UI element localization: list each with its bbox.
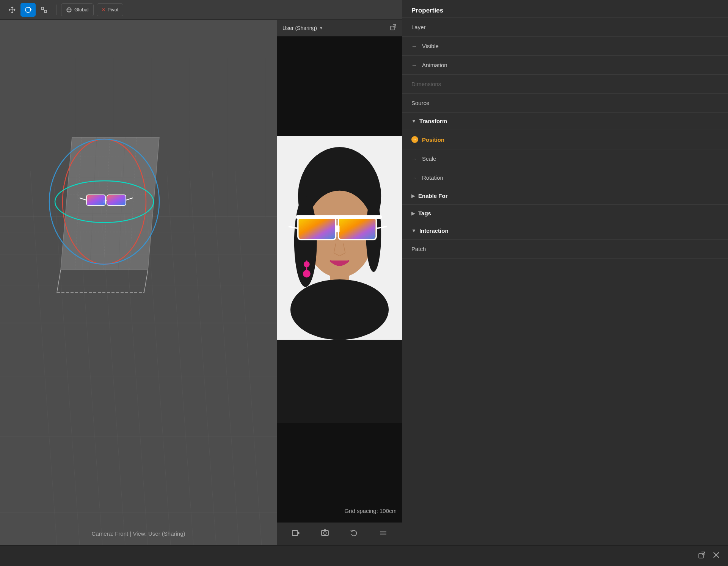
preview-image-area[interactable]: Grid spacing: 100cm (277, 36, 402, 522)
prop-dimensions: Dimensions (402, 75, 728, 94)
pivot-btn[interactable]: ✕ Pivot (97, 3, 124, 16)
top-toolbar: Global ✕ Pivot (0, 0, 402, 20)
svg-point-70 (290, 279, 389, 340)
preview-header: User (Sharing) ▾ (277, 20, 402, 36)
global-label: Global (74, 7, 89, 13)
svg-point-82 (303, 270, 311, 278)
prop-tags-section[interactable]: ▶ Tags (402, 205, 728, 222)
svg-line-8 (30, 171, 57, 545)
global-btn[interactable]: Global (61, 3, 94, 16)
prop-rotation[interactable]: → Rotation (402, 168, 728, 187)
svg-line-14 (167, 171, 193, 545)
bottom-bar (0, 545, 728, 566)
prop-enable-for-label: Enable For (418, 193, 448, 199)
properties-title: Properties (402, 0, 728, 18)
rotate-tool-btn[interactable] (20, 3, 36, 17)
prop-patch-label: Patch (411, 246, 426, 252)
svg-rect-57 (107, 195, 126, 205)
rotation-arrow-icon: → (411, 175, 417, 181)
viewport-3d[interactable]: Camera: Front | View: User (Sharing) (0, 20, 277, 545)
bottom-close-btn[interactable] (712, 551, 720, 561)
screenshot-btn[interactable] (318, 526, 332, 542)
prop-patch[interactable]: Patch (402, 240, 728, 259)
svg-point-86 (323, 532, 326, 535)
prop-interaction-label: Interaction (419, 227, 449, 234)
transform-collapse-icon: ▼ (411, 118, 416, 124)
prop-transform-section[interactable]: ▼ Transform (402, 113, 728, 130)
svg-marker-84 (298, 532, 300, 535)
svg-rect-75 (336, 225, 340, 232)
svg-rect-1 (41, 7, 44, 9)
prop-visible[interactable]: → Visible (402, 37, 728, 56)
prop-visible-label: Visible (422, 43, 439, 49)
preview-bottom-bar (277, 522, 402, 545)
animation-arrow-icon: → (411, 62, 417, 68)
preview-panel: User (Sharing) ▾ (277, 20, 402, 545)
preview-external-btn[interactable] (390, 24, 397, 32)
svg-rect-79 (339, 215, 382, 219)
prop-dimensions-label: Dimensions (411, 81, 441, 87)
prop-transform-label: Transform (419, 118, 447, 124)
svg-rect-74 (339, 218, 376, 239)
svg-rect-83 (292, 530, 298, 536)
svg-rect-56 (86, 195, 105, 205)
grid-spacing-label: Grid spacing: 100cm (344, 508, 397, 514)
svg-rect-72 (299, 218, 335, 239)
prop-animation[interactable]: → Animation (402, 56, 728, 75)
record-btn[interactable] (289, 526, 303, 542)
visible-arrow-icon: → (411, 43, 417, 49)
enable-for-expand-icon: ▶ (411, 193, 415, 199)
pivot-label: Pivot (108, 7, 119, 13)
position-active-icon (411, 136, 418, 143)
svg-line-49 (57, 270, 61, 293)
preview-title: User (Sharing) (282, 25, 317, 31)
bottom-external-btn[interactable] (698, 551, 706, 561)
move-tool-btn[interactable] (5, 3, 20, 17)
prop-layer: Layer (402, 18, 728, 37)
interaction-collapse-icon: ▼ (411, 228, 416, 234)
prop-rotation-label: Rotation (422, 174, 443, 181)
prop-animation-label: Animation (422, 62, 447, 68)
prop-scale-label: Scale (422, 155, 436, 162)
scale-tool-btn[interactable] (36, 3, 52, 17)
prop-enable-for-section[interactable]: ▶ Enable For (402, 187, 728, 205)
svg-line-17 (235, 171, 262, 545)
svg-line-15 (190, 171, 216, 545)
tags-expand-icon: ▶ (411, 210, 415, 216)
prop-position-label: Position (422, 136, 444, 143)
prop-source-label: Source (411, 100, 430, 106)
prop-scale[interactable]: → Scale (402, 149, 728, 168)
svg-line-16 (212, 171, 239, 545)
prop-position[interactable]: Position (402, 130, 728, 149)
camera-label: Camera: Front | View: User (Sharing) (91, 530, 185, 537)
svg-rect-85 (322, 530, 328, 536)
prop-interaction-section[interactable]: ▼ Interaction (402, 222, 728, 240)
toolbar-divider-1 (56, 5, 56, 15)
viewport-svg (0, 20, 277, 545)
menu-btn[interactable] (377, 526, 390, 542)
svg-line-50 (144, 270, 148, 293)
scale-arrow-icon: → (411, 156, 417, 162)
preview-chevron-icon: ▾ (320, 25, 322, 31)
transform-tools (5, 3, 52, 17)
svg-rect-64 (277, 340, 402, 423)
prop-source[interactable]: Source (402, 94, 728, 113)
properties-panel: Properties Layer → Visible → Animation D… (402, 0, 728, 566)
preview-title-area: User (Sharing) ▾ (282, 25, 322, 31)
undo-btn[interactable] (347, 526, 361, 542)
svg-rect-78 (296, 215, 340, 219)
svg-rect-2 (44, 10, 47, 13)
preview-person-svg (277, 135, 402, 423)
prop-tags-label: Tags (418, 210, 431, 216)
prop-layer-label: Layer (411, 24, 426, 30)
svg-line-3 (44, 9, 44, 10)
